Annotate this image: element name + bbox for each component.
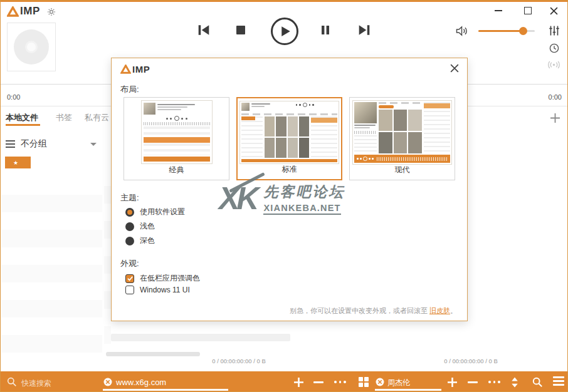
stop-icon: [236, 25, 246, 35]
equalizer-icon[interactable]: [549, 25, 560, 39]
previous-icon: [197, 24, 210, 36]
aimp-logo-text: IMP: [20, 5, 40, 18]
layout-option-modern[interactable]: 现代: [349, 97, 455, 180]
tab-local-files[interactable]: 本地文件: [6, 112, 38, 123]
volume-icon[interactable]: [455, 25, 469, 39]
group-selector[interactable]: 不分组: [21, 138, 47, 150]
radio-unselected[interactable]: [125, 222, 134, 231]
group-menu-icon[interactable]: [6, 140, 15, 150]
track-list[interactable]: [1, 177, 102, 360]
play-icon: [281, 26, 291, 37]
tab-private-cloud[interactable]: 私有云: [85, 112, 109, 123]
chevron-down-icon[interactable]: [90, 143, 97, 146]
plus-icon: [293, 377, 304, 388]
bottom-bar: 快速搜索 www.x6g.com 周杰伦: [1, 371, 568, 392]
plus-icon: [447, 377, 458, 388]
section-label-layout: 布局:: [120, 84, 139, 95]
pause-button[interactable]: [320, 25, 330, 35]
window-accent-strip: [1, 1, 567, 2]
starred-group-item[interactable]: ★: [5, 157, 31, 168]
aimp-logo-triangle-icon: [120, 64, 131, 74]
maximize-button[interactable]: [519, 3, 537, 18]
close-button[interactable]: [545, 3, 562, 18]
playlist-tab-left-underline: [103, 389, 228, 391]
stop-button[interactable]: [236, 25, 246, 35]
next-button[interactable]: [358, 24, 371, 36]
remove-track-button[interactable]: [468, 381, 478, 383]
pause-icon: [320, 25, 330, 35]
playlist-status-left: 0 / 00:00:00:00 / 0 B: [189, 358, 289, 364]
star-icon: ★: [13, 160, 18, 166]
playlist-tab-left-close-icon[interactable]: [103, 378, 112, 389]
next-icon: [358, 24, 371, 36]
scheduler-clock-icon[interactable]: [549, 43, 559, 56]
time-total: 0:00: [549, 93, 562, 101]
add-playlist-button[interactable]: [293, 377, 304, 390]
more-options-icon[interactable]: [334, 381, 346, 383]
add-button[interactable]: [550, 113, 560, 126]
dialog-aimp-logo: IMP: [120, 64, 150, 75]
theme-option-software[interactable]: 使用软件设置: [125, 207, 185, 217]
plus-icon: [550, 113, 560, 123]
volume-fill: [478, 30, 523, 32]
appearance-option-win11[interactable]: Windows 11 UI: [125, 286, 190, 294]
layout-label: 经典: [169, 165, 184, 175]
layout-option-standard[interactable]: 标准: [236, 97, 342, 180]
sort-updown-icon[interactable]: [511, 377, 518, 390]
radio-unselected[interactable]: [125, 237, 134, 245]
appearance-option-accent[interactable]: 在低栏应用强调色: [125, 273, 200, 284]
layout-option-classic[interactable]: 经典: [124, 97, 229, 180]
playlist-tab-right-close-icon[interactable]: [376, 378, 384, 389]
playlist-search-icon[interactable]: [532, 377, 543, 390]
playlist-tab-right-underline: [375, 389, 441, 391]
playlist-status-right: 0 / 00:00:00:00 / 0 B: [421, 358, 521, 364]
add-track-button[interactable]: [447, 377, 458, 390]
playlist-tab-left[interactable]: www.x6g.com: [116, 378, 166, 387]
scroll-thumb[interactable]: [106, 352, 200, 356]
watermark-site: XIANKEBA.NET: [263, 203, 340, 215]
cd-icon: [14, 29, 49, 64]
aimp-window: IMP 0:00 0:00 本地文件 书签: [0, 0, 568, 392]
menu-hamburger-icon[interactable]: [553, 376, 564, 388]
theme-option-light[interactable]: 浅色: [125, 221, 155, 232]
checkbox-unchecked[interactable]: [125, 286, 134, 294]
play-button[interactable]: [271, 18, 298, 45]
tab-bookmarks[interactable]: 书签: [56, 112, 72, 123]
grid-view-icon[interactable]: [359, 377, 369, 387]
theme-option-dark[interactable]: 深色: [125, 235, 155, 246]
section-label-theme: 主题:: [120, 192, 139, 204]
aimp-logo-triangle-icon: [7, 6, 19, 17]
remove-playlist-button[interactable]: [313, 381, 323, 383]
radio-selected[interactable]: [125, 208, 134, 217]
watermark: XK 先客吧论坛 XIANKEBA.NET: [219, 182, 345, 215]
active-tab-underline: [6, 124, 40, 126]
watermark-logo: XK: [219, 183, 256, 214]
check-icon: [127, 275, 134, 282]
layout-preview-modern: [352, 100, 452, 165]
checkbox-checked[interactable]: [125, 274, 134, 283]
playlist-more-icon[interactable]: [488, 381, 500, 383]
horizontal-scrollbar[interactable]: [111, 334, 290, 341]
playlist-tab-right[interactable]: 周杰伦: [387, 378, 410, 388]
dialog-close-button[interactable]: [450, 64, 459, 75]
album-art: [7, 23, 56, 71]
layout-label: 现代: [395, 165, 410, 175]
dialog-footer-note: 别急，你可以在设置中改变外观，或者回滚至 旧皮肤。: [290, 306, 457, 316]
previous-button[interactable]: [197, 24, 210, 36]
old-skin-link[interactable]: 旧皮肤: [429, 307, 450, 314]
minimize-button[interactable]: [490, 3, 507, 18]
layout-label: 标准: [282, 164, 297, 175]
layout-preview-standard: [239, 101, 339, 164]
dialog-logo-text: IMP: [132, 64, 150, 75]
settings-gear-icon[interactable]: [47, 8, 56, 19]
quick-search-input[interactable]: 快速搜索: [21, 378, 51, 389]
track-list-sliver: [104, 168, 111, 354]
aimp-logo: IMP: [7, 5, 40, 18]
layout-preview-classic: [141, 100, 213, 164]
search-icon: [7, 377, 17, 389]
time-elapsed: 0:00: [7, 93, 20, 101]
radio-broadcast-icon[interactable]: [547, 60, 560, 71]
section-label-appearance: 外观:: [120, 258, 139, 269]
volume-thumb[interactable]: [519, 27, 527, 35]
watermark-title: 先客吧论坛: [263, 182, 345, 202]
